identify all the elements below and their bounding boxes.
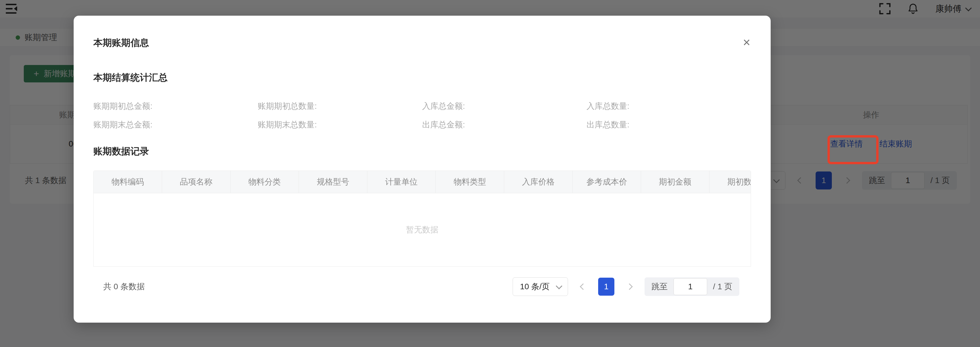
summary-section-title: 本期结算统计汇总	[93, 72, 751, 84]
records-column-header: 期初金额	[641, 171, 710, 193]
stat-label: 入库总金额:	[422, 100, 587, 113]
chevron-down-icon	[556, 283, 563, 290]
records-column-header: 期初数量	[710, 171, 751, 193]
stat-label: 出库总数量:	[587, 118, 751, 131]
page-number-button[interactable]: 1	[598, 278, 614, 296]
stat-label: 入库总数量:	[587, 100, 751, 113]
records-column-header: 物料分类	[231, 171, 299, 193]
page-size-select[interactable]: 10 条/页	[512, 277, 568, 296]
empty-state-text: 暂无数据	[94, 193, 751, 266]
records-column-header: 物料类型	[436, 171, 504, 193]
records-column-header: 入库价格	[504, 171, 573, 193]
stat-label: 账期期初总金额:	[93, 100, 258, 113]
records-table-header: 物料编码 品项名称 物料分类 规格型号 计量单位 物料类型 入库价格 参考成本价…	[94, 171, 751, 193]
pagination: 10 条/页 1 跳至 / 1 页	[512, 277, 739, 296]
records-column-header: 参考成本价	[573, 171, 641, 193]
period-info-modal: 本期账期信息 × 本期结算统计汇总 账期期初总金额: 账期期初总数量: 入库总金…	[74, 16, 771, 323]
stat-label: 账期期初总数量:	[258, 100, 422, 113]
records-column-header: 物料编码	[94, 171, 162, 193]
total-count-text: 共 0 条数据	[103, 281, 145, 292]
jump-page-input[interactable]	[673, 278, 707, 295]
stat-label: 出库总金额:	[422, 118, 587, 131]
total-pages-text: / 1 页	[713, 281, 732, 292]
jump-to-page: 跳至 / 1 页	[644, 277, 739, 296]
records-table: 物料编码 品项名称 物料分类 规格型号 计量单位 物料类型 入库价格 参考成本价…	[93, 170, 751, 267]
stat-label: 账期期末总数量:	[258, 118, 422, 131]
modal-title: 本期账期信息	[93, 16, 751, 49]
records-column-header: 规格型号	[299, 171, 368, 193]
prev-page-icon[interactable]	[580, 283, 587, 290]
jump-label: 跳至	[652, 281, 668, 292]
close-icon[interactable]: ×	[743, 36, 750, 49]
summary-stats-grid: 账期期初总金额: 账期期初总数量: 入库总金额: 入库总数量: 账期期末总金额:…	[93, 100, 751, 131]
records-table-footer: 共 0 条数据 10 条/页 1 跳至 / 1 页	[93, 277, 751, 296]
stat-label: 账期期末总金额:	[93, 118, 258, 131]
records-column-header: 品项名称	[162, 171, 231, 193]
page-size-value: 10 条/页	[520, 281, 550, 292]
records-section-title: 账期数据记录	[93, 145, 751, 158]
next-page-icon[interactable]	[626, 283, 633, 290]
records-column-header: 计量单位	[368, 171, 436, 193]
